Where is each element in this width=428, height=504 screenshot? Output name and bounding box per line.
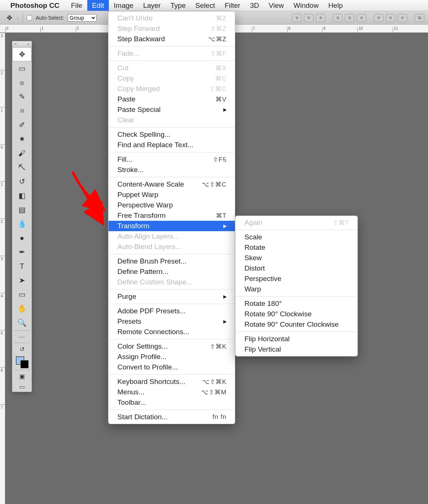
menu-item-label: Again — [244, 219, 263, 227]
transform-menu-item-warp[interactable]: Warp — [236, 284, 357, 294]
clone-stamp-tool[interactable]: ⛏ — [12, 160, 32, 174]
edit-menu-item-step-backward[interactable]: Step Backward⌥⌘Z — [108, 34, 235, 44]
edit-menu-item-define-brush-preset[interactable]: Define Brush Preset... — [108, 256, 235, 266]
auto-select-checkbox[interactable] — [27, 15, 32, 20]
menubar-item-window[interactable]: Window — [289, 0, 324, 11]
menu-item-shortcut: ⌥⇧⌘K — [202, 378, 227, 386]
edit-menu-item-check-spelling[interactable]: Check Spelling... — [108, 129, 235, 140]
transform-menu-item-rotate-180[interactable]: Rotate 180° — [236, 298, 357, 309]
transform-menu-item-rotate-90-counter-clockwise[interactable]: Rotate 90° Counter Clockwise — [236, 319, 357, 330]
gradient-tool[interactable]: ▤ — [12, 203, 32, 217]
transform-menu-item-flip-vertical[interactable]: Flip Vertical — [236, 344, 357, 355]
menubar-item-image[interactable]: Image — [109, 0, 138, 11]
menu-item-label: Rotate — [244, 243, 265, 252]
distribute-top-icon[interactable]: ≡ — [374, 14, 383, 22]
color-swatches[interactable] — [12, 354, 32, 369]
menu-item-label: Puppet Warp — [117, 191, 158, 199]
collapse-icon[interactable]: » — [27, 42, 29, 46]
edit-menu-item-purge[interactable]: Purge▶ — [108, 291, 235, 302]
menubar-item-edit[interactable]: Edit — [87, 0, 109, 11]
pen-tool[interactable]: ✒ — [12, 245, 32, 259]
align-center-h-icon[interactable]: ≡ — [304, 14, 314, 22]
auto-select-dropdown[interactable]: Group — [68, 14, 97, 22]
type-tool[interactable]: T — [12, 259, 32, 273]
distribute-bottom-icon[interactable]: ≡ — [398, 14, 407, 22]
menu-item-shortcut: ⇧⌘C — [210, 85, 227, 93]
menubar-item-layer[interactable]: Layer — [138, 0, 166, 11]
edit-menu-item-paste-special[interactable]: Paste Special▶ — [108, 104, 235, 115]
menubar-item-type[interactable]: Type — [166, 0, 191, 11]
align-right-icon[interactable]: ≡ — [316, 14, 325, 22]
menubar-item-view[interactable]: View — [264, 0, 289, 11]
menu-item-label: Purge — [117, 293, 136, 301]
transform-menu-item-scale[interactable]: Scale — [236, 232, 357, 242]
edit-menu-item-define-pattern[interactable]: Define Pattern... — [108, 266, 235, 277]
zoom-tool[interactable]: 🔍 — [12, 316, 32, 330]
transform-menu-item-skew[interactable]: Skew — [236, 253, 357, 263]
swap-colors-icon[interactable]: ↺ — [12, 344, 32, 354]
tools-panel-titlebar[interactable]: × » — [12, 41, 32, 47]
edit-menu-item-remote-connections[interactable]: Remote Connections... — [108, 327, 235, 337]
align-bottom-icon[interactable]: ≡ — [357, 14, 366, 22]
edit-menu-item-presets[interactable]: Presets▶ — [108, 316, 235, 327]
transform-menu-item-rotate-90-clockwise[interactable]: Rotate 90° Clockwise — [236, 309, 357, 319]
transform-menu-item-flip-horizontal[interactable]: Flip Horizontal — [236, 334, 357, 344]
menubar-item-file[interactable]: File — [66, 0, 87, 11]
background-color-swatch[interactable] — [20, 360, 29, 368]
crop-tool[interactable]: ⌗ — [12, 104, 32, 118]
brush-tool[interactable]: 🖌 — [12, 146, 32, 160]
close-icon[interactable]: × — [14, 42, 17, 46]
dodge-tool[interactable]: ● — [12, 231, 32, 245]
edit-menu-item-convert-to-profile[interactable]: Convert to Profile... — [108, 362, 235, 372]
hand-tool[interactable]: ✋ — [12, 301, 32, 316]
edit-menu-item-toolbar[interactable]: Toolbar... — [108, 397, 235, 408]
eyedropper-tool[interactable]: ✐ — [12, 118, 32, 132]
edit-menu-item-transform[interactable]: Transform▶ — [108, 221, 235, 231]
edit-menu-item-copy-merged: Copy Merged⇧⌘C — [108, 84, 235, 94]
edit-menu-item-fill[interactable]: Fill...⇧F5 — [108, 154, 235, 165]
shape-tool[interactable]: ▭ — [12, 287, 32, 301]
edit-menu-item-assign-profile[interactable]: Assign Profile... — [108, 352, 235, 362]
edit-menu-item-paste[interactable]: Paste⌘V — [108, 94, 235, 104]
marquee-tool[interactable]: ▭ — [12, 61, 32, 75]
align-center-v-icon[interactable]: ≡ — [345, 14, 354, 22]
edit-menu-item-menus[interactable]: Menus...⌥⇧⌘M — [108, 387, 235, 397]
tool-preset-chevron-icon[interactable]: ⌄ — [16, 16, 19, 20]
edit-menu-item-stroke[interactable]: Stroke... — [108, 165, 235, 175]
transform-menu-item-rotate[interactable]: Rotate — [236, 242, 357, 253]
transform-submenu: Again⇧⌘TScaleRotateSkewDistortPerspectiv… — [235, 216, 358, 356]
menubar-item-select[interactable]: Select — [191, 0, 220, 11]
move-tool[interactable]: ✥ — [12, 47, 32, 61]
eraser-tool[interactable]: ◧ — [12, 188, 32, 203]
edit-menu-item-keyboard-shortcuts[interactable]: Keyboard Shortcuts...⌥⇧⌘K — [108, 377, 235, 387]
path-select-tool[interactable]: ➤ — [12, 273, 32, 287]
edit-menu-item-find-and-replace-text[interactable]: Find and Replace Text... — [108, 140, 235, 150]
3d-mode-icon[interactable]: ⧉ — [415, 14, 424, 22]
edit-menu-item-can-t-undo: Can't Undo⌘Z — [108, 13, 235, 23]
move-tool-icon[interactable]: ✥ — [7, 14, 12, 22]
edit-menu-item-start-dictation[interactable]: Start Dictation...fn fn — [108, 412, 235, 422]
edit-menu-item-adobe-pdf-presets[interactable]: Adobe PDF Presets... — [108, 306, 235, 316]
history-brush-tool[interactable]: ↺ — [12, 174, 32, 188]
transform-menu-item-perspective[interactable]: Perspective — [236, 274, 357, 284]
edit-menu-item-puppet-warp[interactable]: Puppet Warp — [108, 190, 235, 200]
edit-menu-item-color-settings[interactable]: Color Settings...⇧⌘K — [108, 341, 235, 352]
menu-item-label: Rotate 90° Clockwise — [244, 310, 312, 318]
screenmode-icon[interactable]: ▭ — [12, 381, 32, 392]
transform-menu-item-distort[interactable]: Distort — [236, 263, 357, 274]
more-tools-icon[interactable]: ⋯ — [12, 332, 32, 342]
align-left-icon[interactable]: ≡ — [292, 14, 302, 22]
quick-select-tool[interactable]: ✎ — [12, 90, 32, 104]
blur-tool[interactable]: 💧 — [12, 217, 32, 231]
menubar-item-filter[interactable]: Filter — [220, 0, 245, 11]
align-top-icon[interactable]: ≡ — [333, 14, 343, 22]
distribute-center-icon[interactable]: ≡ — [386, 14, 395, 22]
menubar-item-3d[interactable]: 3D — [245, 0, 264, 11]
edit-menu-item-perspective-warp[interactable]: Perspective Warp — [108, 200, 235, 210]
edit-menu-item-free-transform[interactable]: Free Transform⌘T — [108, 210, 235, 221]
lasso-tool[interactable]: ⌾ — [12, 75, 32, 90]
quickmask-icon[interactable]: ▣ — [12, 371, 32, 381]
healing-tool[interactable]: ✷ — [12, 132, 32, 146]
menubar-item-help[interactable]: Help — [324, 0, 348, 11]
edit-menu-item-content-aware-scale[interactable]: Content-Aware Scale⌥⇧⌘C — [108, 179, 235, 190]
